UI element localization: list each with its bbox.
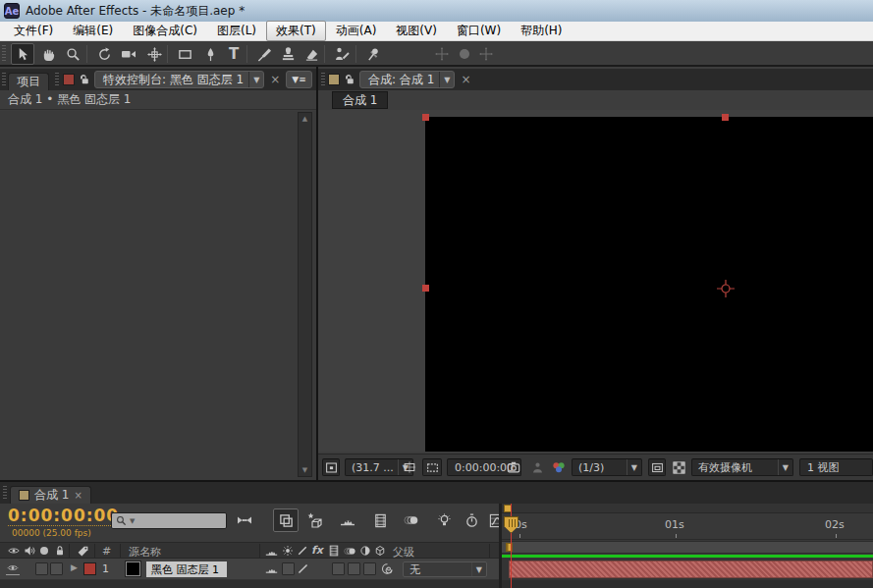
type-tool-icon[interactable]: T: [222, 43, 246, 65]
layer-solo-switch[interactable]: [35, 562, 48, 575]
collapse-switch-icon[interactable]: [282, 545, 294, 557]
viewer-tab-comp1[interactable]: 合成 1: [332, 91, 388, 109]
anchor-point-crosshair[interactable]: [716, 279, 736, 298]
shy-switch-icon[interactable]: [265, 545, 278, 558]
show-snapshot-icon[interactable]: [529, 459, 545, 475]
target-region-button[interactable]: [422, 458, 442, 476]
time-ruler[interactable]: 0s 01s 02s: [502, 514, 873, 540]
snapshot-icon[interactable]: [505, 459, 522, 475]
menu-edit[interactable]: 编辑(E): [63, 21, 123, 41]
frame-blending-icon[interactable]: [367, 508, 393, 532]
viewer-dropdown-icon[interactable]: ▼: [439, 72, 450, 87]
menu-view[interactable]: 视图(V): [386, 21, 447, 41]
current-time-display[interactable]: 0:00:00:00 00000 (25.00 fps): [8, 508, 119, 538]
clone-stamp-tool-icon[interactable]: [276, 43, 300, 65]
transparency-grid-icon[interactable]: [670, 459, 687, 475]
search-dropdown-icon[interactable]: ▼: [130, 517, 135, 525]
layer-duration-bar[interactable]: [509, 561, 873, 578]
selection-tool-icon[interactable]: [11, 43, 34, 65]
hand-tool-icon[interactable]: [36, 43, 60, 65]
view-layout-dropdown[interactable]: 1 视图: [799, 458, 873, 476]
menu-composition[interactable]: 图像合成(C): [123, 21, 207, 41]
layer-row[interactable]: ▶ 1 黑色 固态层 1 无 ▼: [0, 559, 499, 580]
fx-switch-icon[interactable]: fx: [311, 544, 323, 557]
quality-switch-icon[interactable]: [297, 545, 308, 557]
tab-timeline-comp1[interactable]: 合成 1 ×: [10, 486, 91, 504]
viewer-lock-chip[interactable]: [63, 74, 75, 85]
view-axis-mode-icon[interactable]: [474, 43, 498, 65]
shy-toggle-icon[interactable]: [335, 508, 360, 532]
unified-camera-tool-icon[interactable]: [117, 43, 140, 65]
close-icon[interactable]: ×: [74, 490, 82, 501]
puppet-pin-tool-icon[interactable]: [361, 43, 385, 65]
work-area-bar[interactable]: [502, 541, 873, 554]
frame-blend-switch-icon[interactable]: [328, 545, 340, 557]
3d-switch-icon[interactable]: [374, 545, 386, 557]
toolbar-grip[interactable]: [2, 45, 6, 63]
pan-behind-tool-icon[interactable]: [142, 43, 166, 65]
layer-quality-switch[interactable]: [297, 562, 309, 575]
rotation-tool-icon[interactable]: [92, 43, 116, 65]
layer-handle-top-center[interactable]: [722, 114, 729, 121]
parent-column-header[interactable]: 父级: [393, 545, 414, 560]
pen-tool-icon[interactable]: [198, 43, 222, 65]
scrollbar[interactable]: ▲ ▼: [298, 112, 312, 477]
solo-column-icon[interactable]: [40, 547, 48, 555]
rect-mask-tool-icon[interactable]: [173, 43, 196, 65]
show-channel-icon[interactable]: [550, 459, 568, 475]
layer-motion-blur-switch[interactable]: [348, 562, 360, 575]
layer-frame-blend-switch[interactable]: [332, 562, 345, 575]
tab-composition-viewer[interactable]: 合成: 合成 1 ▼: [359, 71, 455, 88]
composition-view[interactable]: [425, 117, 873, 452]
zoom-tool-icon[interactable]: [61, 43, 84, 65]
tab-project[interactable]: 项目: [8, 73, 49, 90]
panel-splitter-vertical[interactable]: [316, 67, 318, 480]
viewer-dropdown-icon[interactable]: ▼: [248, 72, 259, 87]
layer-lock-switch[interactable]: [50, 562, 63, 575]
brush-tool-icon[interactable]: [252, 43, 276, 65]
index-column-header[interactable]: #: [102, 545, 111, 558]
menu-help[interactable]: 帮助(H): [511, 21, 572, 41]
world-axis-mode-icon[interactable]: [453, 43, 476, 65]
panel-grip[interactable]: [3, 486, 7, 500]
layer-3d-switch[interactable]: [363, 562, 376, 575]
camera-view-dropdown[interactable]: 有效摄像机 ▼: [691, 458, 793, 476]
menu-layer[interactable]: 图层(L): [207, 21, 266, 41]
eye-column-icon[interactable]: [7, 545, 21, 557]
layer-label-chip[interactable]: [83, 562, 96, 575]
menu-file[interactable]: 文件(F): [4, 21, 63, 41]
layer-shy-switch[interactable]: [265, 562, 278, 575]
scrollbar-down-icon[interactable]: ▼: [299, 464, 311, 476]
menu-window[interactable]: 窗口(W): [447, 21, 511, 41]
panel-grip[interactable]: [2, 73, 6, 86]
timecode-value[interactable]: 0:00:00:00: [8, 508, 119, 526]
source-name-column-header[interactable]: 源名称: [129, 545, 161, 560]
menu-effect[interactable]: 效果(T): [266, 21, 326, 41]
grid-guides-button[interactable]: [401, 459, 418, 475]
resolution-dropdown[interactable]: (1/3) ▼: [572, 458, 642, 476]
layer-handle-left-center[interactable]: [422, 285, 429, 292]
draft-3d-icon[interactable]: [302, 508, 328, 532]
motion-blur-icon[interactable]: [399, 508, 424, 532]
parent-pick-whip-icon[interactable]: [381, 562, 394, 575]
live-update-icon[interactable]: [273, 508, 299, 532]
roto-brush-tool-icon[interactable]: [330, 43, 354, 65]
scrollbar-up-icon[interactable]: ▲: [299, 113, 311, 125]
panel-grip[interactable]: [321, 73, 325, 86]
region-of-interest-button[interactable]: [648, 458, 666, 476]
layer-collapse-switch[interactable]: [282, 562, 295, 575]
panel-menu-button[interactable]: ▼≡: [286, 71, 311, 88]
label-column-icon[interactable]: [77, 545, 89, 558]
viewer-lock-chip[interactable]: [328, 74, 340, 85]
always-preview-button[interactable]: [322, 458, 340, 476]
auto-keyframe-icon[interactable]: [459, 508, 484, 532]
audio-column-icon[interactable]: [24, 545, 35, 557]
eraser-tool-icon[interactable]: [300, 43, 323, 65]
brainstorm-icon[interactable]: [431, 508, 457, 532]
layer-handle-top-left[interactable]: [422, 114, 429, 121]
time-navigator[interactable]: [502, 504, 873, 513]
panel-splitter-horizontal[interactable]: [0, 480, 873, 482]
unlock-icon[interactable]: [344, 74, 355, 85]
local-axis-mode-icon[interactable]: [430, 43, 454, 65]
unlock-icon[interactable]: [79, 74, 90, 85]
